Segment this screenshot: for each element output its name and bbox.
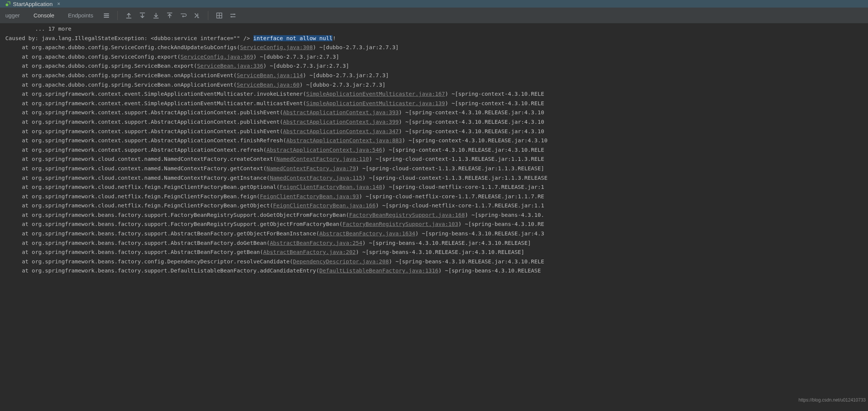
console-output[interactable]: ... 17 moreCaused by: java.lang.IllegalS… bbox=[0, 23, 868, 276]
toolbar-divider bbox=[208, 11, 208, 20]
tab-title[interactable]: StartApplication bbox=[13, 1, 53, 7]
soft-wrap-icon[interactable] bbox=[178, 10, 189, 21]
source-link[interactable]: NamedContextFactory.java:110 bbox=[276, 156, 369, 162]
source-link[interactable]: NamedContextFactory.java:115 bbox=[270, 175, 362, 181]
tab-console[interactable]: Console bbox=[25, 8, 59, 23]
log-line: at org.springframework.beans.factory.sup… bbox=[5, 220, 868, 229]
source-link[interactable]: AbstractApplicationContext.java:393 bbox=[283, 109, 399, 115]
settings-icon[interactable] bbox=[227, 10, 239, 21]
source-link[interactable]: DefaultListableBeanFactory.java:1316 bbox=[319, 268, 438, 274]
log-line: at org.springframework.beans.factory.sup… bbox=[5, 210, 868, 220]
down-to-bottom-icon[interactable] bbox=[150, 10, 162, 21]
log-line: at org.springframework.cloud.netflix.fei… bbox=[5, 192, 868, 201]
tab-endpoints-label: Endpoints bbox=[68, 12, 93, 19]
log-line: at org.springframework.beans.factory.sup… bbox=[5, 229, 868, 238]
source-link[interactable]: SimpleApplicationEventMulticaster.java:1… bbox=[306, 91, 445, 97]
source-link[interactable]: ServiceConfig.java:369 bbox=[181, 54, 253, 60]
log-line: at org.springframework.context.support.A… bbox=[5, 145, 868, 155]
source-link[interactable]: FeignClientFactoryBean.java:166 bbox=[273, 202, 376, 209]
scroll-to-end-icon[interactable] bbox=[191, 10, 203, 21]
log-line: at org.apache.dubbo.config.spring.Servic… bbox=[5, 71, 868, 80]
log-line: at org.apache.dubbo.config.ServiceConfig… bbox=[5, 43, 868, 52]
source-link[interactable]: AbstractBeanFactory.java:1634 bbox=[319, 230, 415, 237]
source-link[interactable]: SimpleApplicationEventMulticaster.java:1… bbox=[306, 100, 445, 106]
source-link[interactable]: AbstractApplicationContext.java:399 bbox=[283, 119, 399, 125]
up-stack-icon[interactable] bbox=[123, 10, 134, 21]
tab-endpoints[interactable]: Endpoints bbox=[59, 8, 98, 23]
log-line: at org.springframework.cloud.context.nam… bbox=[5, 164, 868, 173]
layout-settings-icon[interactable] bbox=[101, 10, 112, 21]
log-line: at org.springframework.context.event.Sim… bbox=[5, 89, 868, 99]
tab-close-icon[interactable]: × bbox=[57, 1, 60, 7]
log-line: at org.springframework.beans.factory.sup… bbox=[5, 248, 868, 257]
up-to-top-icon[interactable] bbox=[164, 10, 175, 21]
log-line: at org.springframework.beans.factory.con… bbox=[5, 257, 868, 266]
log-line: Caused by: java.lang.IllegalStateExcepti… bbox=[5, 34, 868, 43]
source-link[interactable]: AbstractApplicationContext.java:883 bbox=[286, 137, 402, 143]
grid-icon[interactable] bbox=[214, 10, 225, 21]
log-line: at org.springframework.context.support.A… bbox=[5, 136, 868, 145]
log-line: at org.springframework.context.event.Sim… bbox=[5, 99, 868, 108]
log-line: ... 17 more bbox=[5, 24, 868, 34]
editor-tab-bar: StartApplication × bbox=[0, 0, 868, 8]
log-line: at org.springframework.cloud.netflix.fei… bbox=[5, 201, 868, 210]
source-link[interactable]: AbstractApplicationContext.java:546 bbox=[267, 147, 382, 153]
log-line: at org.apache.dubbo.config.spring.Servic… bbox=[5, 61, 868, 71]
source-link[interactable]: FeignClientFactoryBean.java:148 bbox=[280, 184, 382, 190]
log-line: at org.springframework.beans.factory.sup… bbox=[5, 238, 868, 248]
source-link[interactable]: AbstractBeanFactory.java:202 bbox=[263, 249, 356, 255]
source-link[interactable]: FactoryBeanRegistrySupport.java:168 bbox=[349, 212, 465, 218]
log-line: at org.apache.dubbo.config.ServiceConfig… bbox=[5, 52, 868, 62]
debug-toolbar: ugger Console Endpoints bbox=[0, 8, 868, 23]
source-link[interactable]: AbstractApplicationContext.java:347 bbox=[283, 128, 399, 134]
source-link[interactable]: ServiceBean.java:114 bbox=[237, 72, 303, 78]
log-line: at org.springframework.cloud.netflix.fei… bbox=[5, 182, 868, 192]
svg-point-7 bbox=[231, 16, 232, 17]
log-line: at org.springframework.context.support.A… bbox=[5, 108, 868, 117]
log-line: at org.springframework.cloud.context.nam… bbox=[5, 154, 868, 164]
source-link[interactable]: NamedContextFactory.java:79 bbox=[267, 165, 356, 171]
log-line: at org.springframework.context.support.A… bbox=[5, 117, 868, 127]
log-line: at org.springframework.context.support.A… bbox=[5, 127, 868, 136]
source-link[interactable]: DependencyDescriptor.java:208 bbox=[293, 258, 389, 265]
selected-text[interactable]: interface not allow null bbox=[253, 35, 333, 41]
source-link[interactable]: FeignClientFactoryBean.java:93 bbox=[260, 193, 359, 199]
source-link[interactable]: ServiceBean.java:336 bbox=[197, 63, 263, 69]
tab-console-label: Console bbox=[33, 12, 54, 19]
log-line: at org.springframework.cloud.context.nam… bbox=[5, 173, 868, 183]
tab-debugger[interactable]: ugger bbox=[0, 8, 25, 23]
tab-debugger-label: ugger bbox=[5, 12, 20, 19]
svg-point-6 bbox=[234, 13, 235, 14]
svg-point-0 bbox=[6, 3, 8, 6]
source-link[interactable]: ServiceConfig.java:308 bbox=[240, 44, 313, 50]
source-link[interactable]: ServiceBean.java:60 bbox=[237, 82, 300, 88]
watermark: https://blog.csdn.net/u012410733 bbox=[799, 397, 866, 403]
toolbar-divider bbox=[117, 11, 118, 20]
log-line: at org.apache.dubbo.config.spring.Servic… bbox=[5, 80, 868, 90]
source-link[interactable]: FactoryBeanRegistrySupport.java:103 bbox=[342, 221, 458, 227]
source-link[interactable]: AbstractBeanFactory.java:254 bbox=[270, 240, 362, 246]
log-line: at org.springframework.beans.factory.sup… bbox=[5, 266, 868, 276]
down-stack-icon[interactable] bbox=[137, 10, 148, 21]
run-config-icon bbox=[5, 1, 11, 6]
